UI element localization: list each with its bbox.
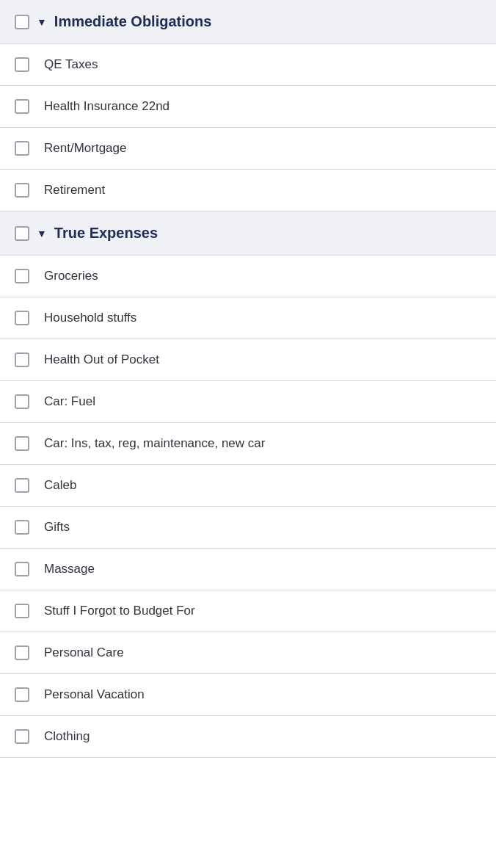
- item-checkbox-car-ins[interactable]: [15, 436, 29, 451]
- list-item: Gifts: [0, 507, 496, 549]
- item-label-caleb: Caleb: [44, 478, 76, 493]
- list-item: Car: Ins, tax, reg, maintenance, new car: [0, 423, 496, 465]
- chevron-down-icon: ▼: [37, 16, 47, 28]
- item-label-retirement: Retirement: [44, 183, 105, 198]
- group-header-true-expenses: ▼True Expenses: [0, 211, 496, 256]
- item-checkbox-stuff-forgot[interactable]: [15, 604, 29, 618]
- item-checkbox-groceries[interactable]: [15, 269, 29, 283]
- list-item: Rent/Mortgage: [0, 128, 496, 170]
- item-checkbox-rent-mortgage[interactable]: [15, 141, 29, 156]
- item-label-health-out-of-pocket: Health Out of Pocket: [44, 352, 159, 367]
- item-checkbox-health-insurance[interactable]: [15, 99, 29, 114]
- list-item: Clothing: [0, 716, 496, 758]
- item-label-clothing: Clothing: [44, 729, 90, 744]
- item-label-personal-vacation: Personal Vacation: [44, 687, 145, 702]
- item-label-car-fuel: Car: Fuel: [44, 394, 95, 409]
- item-checkbox-car-fuel[interactable]: [15, 394, 29, 409]
- list-item: Groceries: [0, 256, 496, 297]
- item-label-health-insurance: Health Insurance 22nd: [44, 99, 169, 114]
- list-item: Car: Fuel: [0, 381, 496, 423]
- list-item: Household stuffs: [0, 297, 496, 339]
- group-header-immediate-obligations: ▼Immediate Obligations: [0, 0, 496, 44]
- item-label-massage: Massage: [44, 562, 95, 576]
- item-checkbox-massage[interactable]: [15, 562, 29, 576]
- item-checkbox-qe-taxes[interactable]: [15, 57, 29, 72]
- item-checkbox-caleb[interactable]: [15, 478, 29, 493]
- item-checkbox-personal-vacation[interactable]: [15, 687, 29, 702]
- item-label-car-ins: Car: Ins, tax, reg, maintenance, new car: [44, 436, 265, 451]
- group-label-immediate-obligations: Immediate Obligations: [54, 13, 211, 30]
- list-item: Health Out of Pocket: [0, 339, 496, 381]
- item-label-stuff-forgot: Stuff I Forgot to Budget For: [44, 604, 195, 618]
- item-checkbox-retirement[interactable]: [15, 183, 29, 198]
- group-label-true-expenses: True Expenses: [54, 225, 158, 242]
- item-checkbox-personal-care[interactable]: [15, 645, 29, 660]
- list-item: QE Taxes: [0, 44, 496, 86]
- group-checkbox-true-expenses[interactable]: [15, 226, 29, 241]
- budget-list: ▼Immediate ObligationsQE TaxesHealth Ins…: [0, 0, 496, 758]
- item-checkbox-gifts[interactable]: [15, 520, 29, 535]
- list-item: Health Insurance 22nd: [0, 86, 496, 128]
- item-label-personal-care: Personal Care: [44, 645, 124, 660]
- item-checkbox-health-out-of-pocket[interactable]: [15, 352, 29, 367]
- list-item: Massage: [0, 549, 496, 590]
- group-checkbox-immediate-obligations[interactable]: [15, 15, 29, 29]
- list-item: Retirement: [0, 170, 496, 211]
- item-label-groceries: Groceries: [44, 269, 98, 283]
- item-label-gifts: Gifts: [44, 520, 70, 535]
- chevron-down-icon: ▼: [37, 228, 47, 239]
- item-checkbox-clothing[interactable]: [15, 729, 29, 744]
- item-label-household-stuffs: Household stuffs: [44, 311, 136, 325]
- list-item: Stuff I Forgot to Budget For: [0, 590, 496, 632]
- list-item: Caleb: [0, 465, 496, 507]
- item-checkbox-household-stuffs[interactable]: [15, 311, 29, 325]
- item-label-qe-taxes: QE Taxes: [44, 57, 98, 72]
- list-item: Personal Vacation: [0, 674, 496, 716]
- item-label-rent-mortgage: Rent/Mortgage: [44, 141, 126, 156]
- list-item: Personal Care: [0, 632, 496, 674]
